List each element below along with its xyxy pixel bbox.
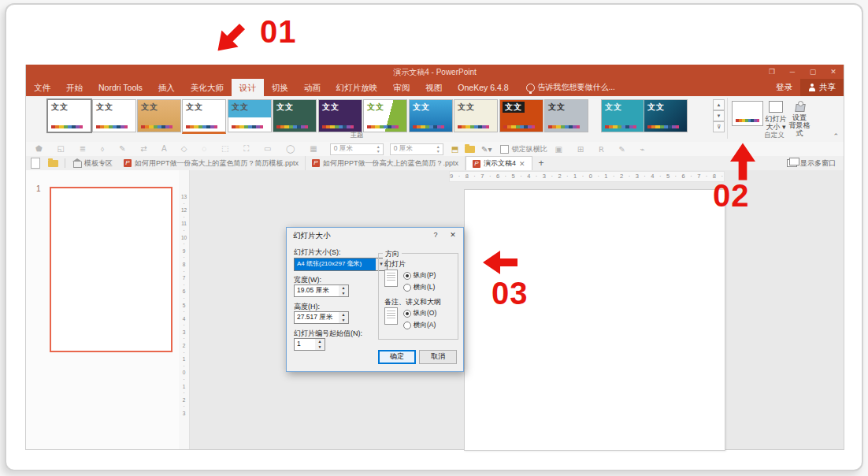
customize-group-label: 自定义 [743, 131, 806, 140]
picture-format-icons: ▣ ⊞ ꓣ ✎ ⌁ [555, 145, 651, 154]
template-zone-button[interactable]: 模板专区 [69, 158, 117, 169]
step2-arrow-icon [730, 141, 755, 182]
slide-canvas[interactable] [464, 189, 725, 451]
maximize-button[interactable]: ▢ [803, 66, 823, 77]
slide-number: 1 [36, 184, 41, 193]
gallery-scroll-up-icon[interactable]: ▴ [713, 99, 725, 110]
dialog-title: 幻灯片大小 [293, 231, 331, 241]
share-button[interactable]: 共享 [800, 79, 844, 96]
tab-insert[interactable]: 插入 [150, 79, 183, 96]
portrait-page-icon [384, 307, 398, 325]
step3-label: 03 [491, 276, 529, 311]
stepper-arrows-icon[interactable]: ▲▼ [435, 144, 442, 154]
width-field[interactable]: 19.05 厘米 [294, 284, 342, 297]
sign-in-button[interactable]: 登录 [768, 82, 800, 93]
tab-home[interactable]: 开始 [58, 79, 91, 96]
tab-beautify-master[interactable]: 美化大师 [183, 79, 232, 96]
window-title: 演示文稿4 - PowerPoint [26, 67, 844, 78]
lightbulb-icon [526, 84, 535, 92]
ribbon-design-panel: 文文 文文 文文 文文 文文 文文 文文 文文 文文 文文 文文 文文 文文 文… [26, 96, 844, 143]
theme-thumbnail[interactable]: 文文 [228, 99, 272, 132]
theme-thumbnail[interactable]: 文文 [409, 99, 453, 132]
height-field[interactable]: 27.517 厘米 [294, 311, 342, 324]
theme-thumbnail[interactable]: 文文 [92, 99, 136, 132]
lock-aspect-checkbox[interactable] [500, 145, 509, 154]
theme-thumbnail[interactable]: 文文 [318, 99, 362, 132]
tab-review[interactable]: 审阅 [385, 79, 417, 96]
radio-selected-icon [403, 272, 411, 280]
cancel-button[interactable]: 取消 [419, 350, 457, 364]
tab-slideshow[interactable]: 幻灯片放映 [328, 79, 386, 96]
new-tab-button[interactable]: + [532, 158, 551, 169]
theme-thumbnail[interactable]: 文文 [182, 99, 226, 134]
file-tab-presentation4[interactable]: P演示文稿4✕ [466, 156, 532, 171]
step1-label: 01 [260, 14, 297, 50]
group-separator [727, 98, 728, 139]
dialog-help-icon[interactable]: ? [427, 229, 444, 240]
minimize-button[interactable]: ─ [782, 66, 803, 77]
close-button[interactable]: ✕ [823, 66, 844, 77]
slide-thumbnails-panel: 1 [26, 170, 180, 449]
tab-nordri-tools[interactable]: Nordri Tools [91, 79, 150, 96]
shape-width-stepper[interactable]: 0 厘米▲▼ [330, 143, 384, 155]
slides-landscape-radio[interactable]: 横向(L) [403, 283, 435, 292]
current-slide-size-preview [732, 101, 763, 126]
tab-design[interactable]: 设计 [232, 79, 264, 96]
tab-file[interactable]: 文件 [26, 79, 58, 96]
notes-landscape-radio[interactable]: 横向(A) [403, 321, 436, 330]
themes-group-label: 主题 [325, 131, 388, 140]
slide-size-label: 幻灯片大小(S): [294, 247, 341, 258]
horizontal-ruler: 9 · 8 · 7 · 6 · 5 · 4 · 3 · 2 · 1 · 0 · … [449, 171, 725, 182]
collapse-ribbon-icon[interactable]: ⌃ [833, 132, 839, 140]
theme-thumbnail[interactable]: 文文 [499, 99, 543, 132]
theme-thumbnail[interactable]: 文文 [137, 99, 181, 132]
theme-thumbnail[interactable]: 文文 [363, 99, 407, 132]
width-stepper[interactable]: ▲▼ [339, 284, 349, 297]
powerpoint-file-icon: P [473, 160, 480, 168]
paint-bucket-icon [794, 101, 805, 111]
show-multiple-windows-button[interactable]: 显示多窗口 [787, 158, 844, 169]
theme-thumbnail-office-selected[interactable]: 文文 [46, 99, 92, 133]
shape-height-stepper[interactable]: 0 厘米▲▼ [390, 143, 443, 155]
tab-onekey[interactable]: OneKey 6.4.8 [450, 79, 516, 96]
tell-me-text: 告诉我您想要做什么... [538, 82, 615, 93]
variant-thumbnail[interactable]: 文文 [601, 99, 645, 132]
person-icon [808, 84, 816, 91]
slide-size-icon [769, 101, 783, 113]
gallery-more-icon[interactable]: ⊽ [713, 121, 725, 132]
slide-size-dropdown[interactable]: A4 纸张(210x297 毫米) [294, 258, 380, 271]
new-document-icon[interactable] [31, 158, 40, 169]
ok-button[interactable]: 确定 [378, 350, 416, 364]
height-stepper[interactable]: ▲▼ [339, 311, 349, 324]
theme-thumbnail[interactable]: 文文 [544, 99, 588, 132]
orientation-label: 方向 [383, 249, 402, 259]
theme-thumbnail[interactable]: 文文 [454, 99, 498, 132]
portrait-page-icon [384, 270, 398, 287]
radio-selected-icon [403, 310, 411, 318]
close-tab-icon[interactable]: ✕ [519, 160, 525, 168]
folder-icon[interactable] [48, 160, 58, 167]
restore-window-icon[interactable]: ❐ [762, 66, 782, 77]
tab-view[interactable]: 视图 [417, 79, 450, 96]
theme-thumbnail[interactable]: 文文 [273, 99, 317, 132]
dialog-close-icon[interactable]: ✕ [444, 229, 462, 240]
slide-number-stepper[interactable]: ▲▼ [315, 338, 325, 351]
tab-animations[interactable]: 动画 [296, 79, 328, 96]
step2-label: 02 [713, 178, 750, 214]
stepper-arrows-icon[interactable]: ▲▼ [375, 144, 382, 154]
slide-1-thumbnail[interactable] [50, 187, 172, 352]
tab-transitions[interactable]: 切换 [264, 79, 296, 96]
notes-portrait-radio[interactable]: 纵向(O) [403, 309, 436, 318]
gallery-scroll-down-icon[interactable]: ▾ [713, 110, 725, 121]
multiple-windows-icon [787, 159, 797, 167]
notes-orientation-label: 备注、讲义和大纲 [384, 297, 441, 307]
file-tab-resume[interactable]: P如何用PPT做一份高大上的蓝色简历？.pptx [306, 156, 466, 170]
tell-me-box[interactable]: 告诉我您想要做什么... [517, 79, 615, 96]
share-label: 共享 [819, 82, 836, 93]
file-tab-resume-template[interactable]: P如何用PPT做一份高大上的蓝色简历？简历模板.pptx [117, 156, 306, 170]
drawing-format-icons: ⬟ ◱ ≣ ⬨ ✎ ⇄ A ◇ ◌ ⬚ ⛶ ▭ ◯ ▦ [26, 144, 324, 154]
slides-portrait-radio[interactable]: 纵向(P) [403, 271, 436, 281]
open-folder-icon[interactable] [465, 146, 475, 153]
home-icon [73, 162, 82, 168]
variant-thumbnail[interactable]: 文文 [644, 99, 688, 132]
